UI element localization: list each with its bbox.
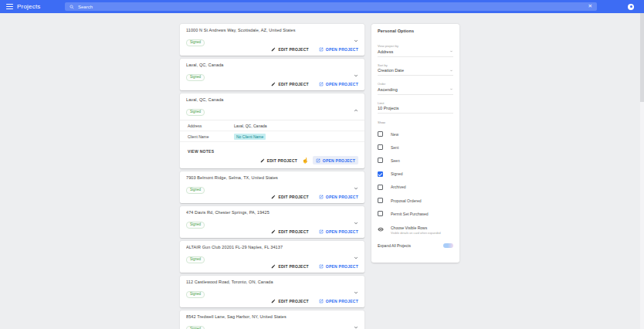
open-project-button[interactable]: OPEN PROJECT — [319, 229, 358, 234]
edit-project-button[interactable]: EDIT PROJECT — [260, 158, 297, 163]
open-project-label: OPEN PROJECT — [326, 82, 358, 86]
detail-label: Client Name — [188, 134, 234, 139]
show-options: NewSentSeenSignedArchivedProposal Ordere… — [378, 127, 453, 220]
edit-project-button[interactable]: EDIT PROJECT — [271, 229, 308, 234]
checkbox-unchecked[interactable] — [378, 131, 383, 137]
checkbox-label: Proposal Ordered — [391, 198, 421, 203]
mouse-cursor-icon: ☝ — [302, 158, 309, 163]
field-label: Limit — [378, 101, 453, 105]
clear-search-icon[interactable]: ✕ — [588, 4, 592, 9]
open-in-new-icon — [319, 264, 324, 269]
field-select-limit[interactable]: 10 Projects — [378, 106, 453, 114]
card-actions: EDIT PROJECTOPEN PROJECT — [271, 299, 358, 304]
circle-dot-icon[interactable] — [628, 4, 634, 10]
project-title: Laval, QC, Canada — [186, 63, 358, 67]
edit-project-label: EDIT PROJECT — [278, 299, 308, 304]
show-option-sent[interactable]: Sent — [378, 141, 453, 154]
project-card-header: Laval, QC, CanadaSigned — [180, 93, 364, 116]
view-notes-button[interactable]: VIEW NOTES — [188, 149, 214, 154]
expand-all-toggle[interactable] — [443, 243, 453, 248]
search-input[interactable] — [78, 5, 584, 9]
field-label: Sort by — [378, 63, 453, 67]
field-value-text: Creation Date — [378, 68, 404, 73]
scrollbar[interactable] — [640, 13, 644, 329]
project-card-header: ALTAIR Gun Club 20201 FL-29 Naples, FL 3… — [180, 241, 364, 263]
open-project-button[interactable]: OPEN PROJECT — [313, 156, 358, 164]
edit-project-button[interactable]: EDIT PROJECT — [271, 47, 308, 52]
option-field-sort-by: Sort byCreation Date — [378, 63, 453, 76]
pencil-icon — [271, 82, 276, 86]
chevron-down-icon[interactable] — [353, 33, 359, 39]
open-project-button[interactable]: OPEN PROJECT — [319, 195, 358, 199]
checkbox-label: Seen — [391, 158, 400, 163]
checkbox-unchecked[interactable] — [378, 198, 383, 203]
pencil-icon — [271, 195, 276, 199]
field-value-text: Address — [378, 49, 393, 54]
chevron-down-icon[interactable] — [353, 250, 359, 256]
checkbox-label: New — [391, 132, 398, 137]
open-project-label: OPEN PROJECT — [326, 229, 358, 234]
project-card-header: 7903 Belmont Ridge, Selma, TX, United St… — [180, 171, 364, 194]
chevron-down-icon[interactable] — [353, 285, 359, 291]
field-label: View project by — [378, 44, 453, 48]
edit-project-button[interactable]: EDIT PROJECT — [271, 82, 308, 86]
edit-project-button[interactable]: EDIT PROJECT — [271, 264, 308, 269]
show-option-archived[interactable]: Archived — [378, 181, 453, 194]
open-project-button[interactable]: OPEN PROJECT — [319, 47, 358, 52]
show-option-permit-set-purchased[interactable]: Permit Set Purchased — [378, 207, 453, 220]
checkbox-checked[interactable] — [378, 171, 383, 177]
project-title: ALTAIR Gun Club 20201 FL-29 Naples, FL 3… — [186, 245, 358, 249]
chevron-down-icon[interactable] — [353, 181, 359, 187]
show-option-new[interactable]: New — [378, 127, 453, 141]
chevron-down-icon[interactable] — [353, 215, 359, 222]
detail-value: No Client Name — [234, 134, 266, 140]
expand-all-label: Expand All Projects — [378, 243, 411, 248]
project-list: 11000 N St Andrews Way, Scottsdale, AZ, … — [180, 24, 364, 329]
open-project-button[interactable]: OPEN PROJECT — [319, 299, 358, 304]
status-badge: Signed — [186, 109, 205, 116]
chevron-up-icon[interactable] — [353, 103, 359, 109]
project-card: Laval, QC, CanadaSignedAddressLaval, QC,… — [180, 93, 364, 168]
project-card: 112 Castlewood Road, Toronto, ON, Canada… — [180, 276, 364, 307]
show-option-seen[interactable]: Seen — [378, 154, 453, 167]
field-select-sort-by[interactable]: Creation Date — [378, 68, 453, 76]
chevron-down-icon[interactable] — [353, 320, 359, 326]
checkbox-unchecked[interactable] — [378, 158, 383, 163]
choose-visible-rows-button[interactable]: Choose Visible Rows Visible details on c… — [378, 226, 453, 235]
field-select-view-project-by[interactable]: Address — [378, 49, 453, 57]
scrollbar-thumb[interactable] — [640, 13, 644, 102]
menu-icon[interactable] — [6, 4, 13, 9]
edit-project-button[interactable]: EDIT PROJECT — [271, 195, 308, 199]
eye-icon — [378, 226, 384, 232]
checkbox-unchecked[interactable] — [378, 144, 383, 150]
chevron-down-icon[interactable] — [353, 68, 359, 74]
project-card-header: Laval, QC, CanadaSigned — [180, 59, 364, 81]
open-project-button[interactable]: OPEN PROJECT — [319, 264, 358, 269]
field-value-text: Ascending — [378, 87, 398, 92]
option-field-order: OrderAscending — [378, 82, 453, 95]
show-option-proposal-ordered[interactable]: Proposal Ordered — [378, 194, 453, 207]
pencil-icon — [271, 299, 276, 304]
open-in-new-icon — [316, 158, 320, 163]
open-in-new-icon — [319, 195, 324, 199]
checkbox-unchecked[interactable] — [378, 211, 383, 216]
field-select-order[interactable]: Ascending — [378, 87, 453, 95]
checkbox-unchecked[interactable] — [378, 185, 383, 190]
show-option-signed[interactable]: Signed — [378, 168, 453, 181]
project-title: 474 Davis Rd, Chester Springs, PA, 19425 — [186, 210, 358, 215]
edit-project-label: EDIT PROJECT — [278, 82, 308, 86]
search-bar[interactable]: ✕ — [65, 2, 597, 11]
search-icon — [69, 5, 74, 9]
edit-project-button[interactable]: EDIT PROJECT — [271, 299, 308, 304]
option-field-limit: Limit10 Projects — [378, 101, 453, 114]
open-project-button[interactable]: OPEN PROJECT — [319, 82, 358, 86]
edit-project-label: EDIT PROJECT — [278, 47, 308, 52]
open-in-new-icon — [319, 229, 324, 234]
chevron-down-icon — [449, 69, 453, 73]
project-details: AddressLaval, QC, CanadaClient NameNo Cl… — [180, 120, 364, 142]
chevron-down-icon — [449, 87, 453, 91]
card-actions: EDIT PROJECTOPEN PROJECT — [271, 47, 358, 52]
open-project-label: OPEN PROJECT — [326, 195, 358, 199]
choose-visible-rows-text: Choose Visible Rows Visible details on c… — [391, 226, 441, 235]
card-actions: EDIT PROJECTOPEN PROJECT — [271, 195, 358, 199]
